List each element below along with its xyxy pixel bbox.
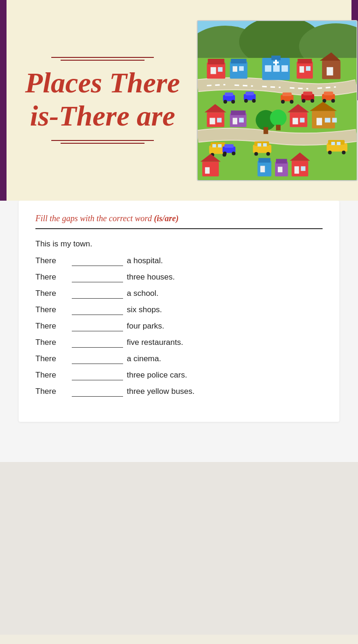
top-section: Places There is-There are bbox=[0, 0, 358, 201]
there-label: There bbox=[35, 354, 68, 364]
svg-rect-75 bbox=[254, 141, 269, 146]
svg-rect-36 bbox=[282, 92, 291, 96]
svg-rect-22 bbox=[299, 66, 304, 72]
svg-rect-59 bbox=[289, 112, 307, 127]
title-decoration-top bbox=[19, 57, 186, 61]
answer-input-5[interactable] bbox=[72, 322, 123, 331]
exercise-card: Fill the gaps with the correct word (is/… bbox=[19, 201, 339, 422]
svg-rect-58 bbox=[276, 125, 281, 130]
svg-rect-84 bbox=[331, 141, 335, 145]
exercise-row: Theresix shops. bbox=[35, 305, 323, 315]
exercise-row: Therefour parks. bbox=[35, 322, 323, 331]
svg-rect-12 bbox=[239, 66, 243, 70]
svg-point-83 bbox=[342, 150, 345, 154]
svg-rect-62 bbox=[300, 118, 304, 122]
title-line1: Places There bbox=[19, 66, 186, 99]
svg-rect-51 bbox=[230, 113, 247, 127]
answer-input-9[interactable] bbox=[72, 387, 123, 397]
intro-text: This is my town. bbox=[35, 239, 323, 249]
svg-rect-10 bbox=[231, 59, 247, 63]
main-title: Places There is-There are bbox=[19, 66, 186, 133]
lower-section bbox=[0, 462, 358, 635]
title-line2: is-There are bbox=[19, 99, 186, 133]
svg-point-41 bbox=[302, 99, 305, 103]
svg-rect-98 bbox=[301, 166, 305, 171]
instruction-plain: Fill the gaps with the correct word bbox=[35, 214, 154, 223]
there-label: There bbox=[35, 256, 68, 266]
answer-input-6[interactable] bbox=[72, 338, 123, 348]
there-label: There bbox=[35, 371, 68, 380]
svg-rect-21 bbox=[297, 59, 312, 63]
svg-point-33 bbox=[244, 99, 248, 103]
sentence-rest: four parks. bbox=[127, 322, 323, 331]
bottom-section: Fill the gaps with the correct word (is/… bbox=[0, 201, 358, 462]
exercise-row: Therethree houses. bbox=[35, 273, 323, 282]
svg-rect-16 bbox=[275, 60, 277, 65]
svg-rect-66 bbox=[324, 118, 330, 122]
svg-rect-26 bbox=[326, 67, 333, 75]
deco-line-4 bbox=[61, 143, 145, 144]
svg-rect-90 bbox=[258, 158, 270, 162]
deco-line-1 bbox=[51, 57, 154, 58]
title-area: Places There is-There are bbox=[19, 57, 196, 144]
svg-rect-19 bbox=[281, 65, 288, 71]
svg-rect-93 bbox=[276, 159, 287, 163]
svg-rect-91 bbox=[260, 166, 265, 172]
sentence-rest: six shops. bbox=[127, 305, 323, 315]
svg-point-38 bbox=[289, 100, 293, 104]
svg-rect-40 bbox=[303, 91, 312, 95]
sentence-rest: a hospital. bbox=[127, 256, 323, 266]
svg-rect-32 bbox=[245, 91, 254, 95]
svg-rect-28 bbox=[225, 92, 233, 96]
answer-input-2[interactable] bbox=[72, 273, 123, 282]
svg-rect-81 bbox=[328, 140, 344, 145]
svg-point-101 bbox=[223, 151, 227, 155]
answer-input-4[interactable] bbox=[72, 305, 123, 315]
svg-point-37 bbox=[281, 100, 284, 104]
svg-rect-72 bbox=[212, 144, 216, 147]
title-divider bbox=[35, 228, 323, 229]
svg-rect-63 bbox=[312, 111, 335, 128]
there-label: There bbox=[35, 289, 68, 298]
answer-input-8[interactable] bbox=[72, 371, 123, 380]
exercise-row: Therea school. bbox=[35, 289, 323, 299]
svg-rect-86 bbox=[202, 161, 219, 176]
svg-rect-100 bbox=[224, 144, 234, 147]
svg-rect-65 bbox=[317, 118, 322, 125]
there-label: There bbox=[35, 273, 68, 282]
exercise-row: Therefive restaurants. bbox=[35, 338, 323, 348]
svg-point-30 bbox=[231, 100, 235, 104]
svg-rect-94 bbox=[277, 167, 282, 172]
svg-rect-11 bbox=[233, 66, 237, 71]
exercise-row: Therethree police cars. bbox=[35, 371, 323, 380]
svg-rect-73 bbox=[218, 144, 221, 147]
svg-rect-44 bbox=[324, 91, 333, 95]
svg-rect-49 bbox=[209, 118, 215, 124]
map-svg bbox=[198, 21, 357, 180]
svg-rect-79 bbox=[263, 143, 267, 146]
exercise-title: Fill the gaps with the correct word (is/… bbox=[35, 214, 323, 224]
svg-rect-53 bbox=[233, 118, 237, 124]
svg-rect-50 bbox=[217, 118, 221, 122]
deco-line-3 bbox=[51, 140, 154, 141]
answer-input-3[interactable] bbox=[72, 289, 123, 299]
exercise-row: Therethree yellow buses. bbox=[35, 387, 323, 397]
svg-rect-14 bbox=[271, 56, 281, 60]
svg-rect-17 bbox=[265, 65, 271, 71]
svg-rect-52 bbox=[231, 110, 246, 115]
svg-point-82 bbox=[328, 150, 331, 154]
there-label: There bbox=[35, 322, 68, 331]
sentence-rest: three yellow buses. bbox=[127, 387, 323, 396]
svg-rect-54 bbox=[239, 118, 243, 122]
svg-rect-85 bbox=[337, 141, 340, 145]
map-illustration bbox=[197, 20, 358, 181]
svg-rect-47 bbox=[207, 112, 224, 127]
svg-rect-95 bbox=[291, 161, 308, 176]
sentence-rest: five restaurants. bbox=[127, 338, 323, 347]
answer-input-1[interactable] bbox=[72, 256, 123, 266]
answer-input-7[interactable] bbox=[72, 354, 123, 364]
exercise-row: Therea hospital. bbox=[35, 256, 323, 266]
svg-rect-23 bbox=[306, 66, 310, 70]
svg-rect-7 bbox=[210, 67, 216, 74]
deco-line-2 bbox=[61, 60, 145, 61]
